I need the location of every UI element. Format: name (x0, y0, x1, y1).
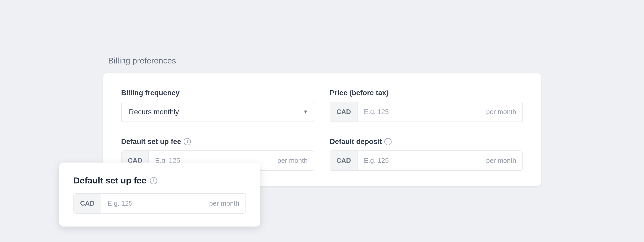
billing-frequency-select[interactable]: Recurs monthly Recurs annually One time (121, 102, 314, 122)
default-setup-fee-info-icon[interactable]: i (184, 138, 191, 145)
billing-frequency-select-wrapper: Recurs monthly Recurs annually One time … (121, 102, 314, 122)
page-container: Billing preferences Billing frequency Re… (0, 0, 644, 242)
default-deposit-info-icon[interactable]: i (384, 138, 392, 145)
price-before-tax-label: Price (before tax) (330, 89, 523, 97)
default-deposit-group: Default deposit i CAD per month (330, 138, 523, 171)
tooltip-currency: CAD (74, 194, 101, 213)
tooltip-period: per month (203, 194, 245, 213)
billing-frequency-label: Billing frequency (121, 89, 314, 97)
tooltip-input[interactable] (101, 194, 203, 213)
default-setup-fee-period: per month (271, 151, 314, 170)
price-before-tax-input[interactable] (358, 102, 480, 122)
price-before-tax-input-wrapper: CAD per month (330, 102, 523, 122)
tooltip-info-icon[interactable]: i (150, 177, 157, 184)
billing-frequency-group: Billing frequency Recurs monthly Recurs … (121, 89, 314, 122)
default-deposit-label: Default deposit i (330, 138, 523, 146)
tooltip-input-wrapper: CAD per month (73, 193, 246, 214)
card-row-1: Billing frequency Recurs monthly Recurs … (121, 89, 523, 122)
tooltip-title: Default set up fee i (73, 175, 246, 185)
default-setup-fee-label: Default set up fee i (121, 138, 314, 146)
section-title: Billing preferences (103, 56, 176, 66)
price-before-tax-group: Price (before tax) CAD per month (330, 89, 523, 122)
price-before-tax-period: per month (480, 102, 522, 122)
default-deposit-period: per month (480, 151, 522, 170)
default-deposit-input[interactable] (358, 151, 480, 170)
price-before-tax-currency: CAD (330, 102, 358, 122)
tooltip-card: Default set up fee i CAD per month (59, 163, 260, 227)
default-deposit-input-wrapper: CAD per month (330, 150, 523, 171)
default-deposit-currency: CAD (330, 151, 358, 170)
